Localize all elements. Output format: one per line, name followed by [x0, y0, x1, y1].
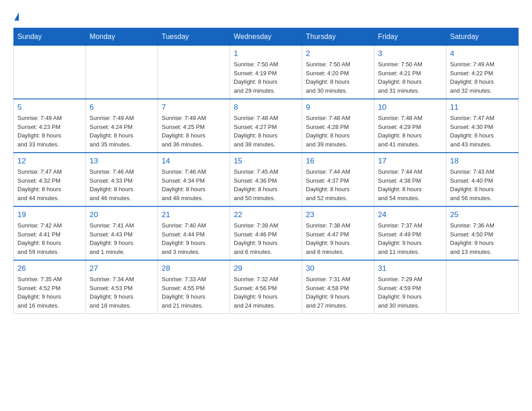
calendar-cell: 25Sunrise: 7:36 AM Sunset: 4:50 PM Dayli…	[446, 206, 519, 260]
weekday-header-sunday: Sunday	[14, 28, 86, 46]
weekday-header-tuesday: Tuesday	[158, 28, 230, 46]
calendar-cell: 1Sunrise: 7:50 AM Sunset: 4:19 PM Daylig…	[230, 46, 302, 99]
calendar-cell: 20Sunrise: 7:41 AM Sunset: 4:43 PM Dayli…	[86, 206, 158, 260]
day-number: 3	[378, 49, 442, 58]
calendar-cell: 30Sunrise: 7:31 AM Sunset: 4:58 PM Dayli…	[302, 260, 374, 314]
calendar-cell: 29Sunrise: 7:32 AM Sunset: 4:56 PM Dayli…	[230, 260, 302, 314]
calendar-cell: 12Sunrise: 7:47 AM Sunset: 4:32 PM Dayli…	[14, 153, 86, 206]
day-number: 4	[450, 49, 515, 58]
day-info: Sunrise: 7:43 AM Sunset: 4:40 PM Dayligh…	[450, 167, 515, 202]
calendar-cell: 9Sunrise: 7:48 AM Sunset: 4:28 PM Daylig…	[302, 99, 374, 153]
weekday-header-saturday: Saturday	[446, 28, 519, 46]
day-info: Sunrise: 7:44 AM Sunset: 4:38 PM Dayligh…	[378, 167, 442, 202]
day-info: Sunrise: 7:48 AM Sunset: 4:28 PM Dayligh…	[306, 114, 370, 149]
day-info: Sunrise: 7:33 AM Sunset: 4:55 PM Dayligh…	[162, 275, 226, 310]
day-number: 2	[306, 49, 370, 58]
day-number: 9	[306, 103, 370, 112]
day-number: 27	[90, 264, 154, 273]
day-info: Sunrise: 7:48 AM Sunset: 4:29 PM Dayligh…	[378, 114, 442, 149]
day-info: Sunrise: 7:37 AM Sunset: 4:49 PM Dayligh…	[378, 221, 442, 256]
day-info: Sunrise: 7:39 AM Sunset: 4:46 PM Dayligh…	[234, 221, 298, 256]
day-number: 26	[17, 264, 82, 273]
day-info: Sunrise: 7:47 AM Sunset: 4:30 PM Dayligh…	[450, 114, 515, 149]
calendar-cell: 24Sunrise: 7:37 AM Sunset: 4:49 PM Dayli…	[374, 206, 446, 260]
day-number: 31	[378, 264, 442, 273]
weekday-header-thursday: Thursday	[302, 28, 374, 46]
day-number: 28	[162, 264, 226, 273]
calendar-week-row: 19Sunrise: 7:42 AM Sunset: 4:41 PM Dayli…	[14, 206, 519, 260]
calendar-cell: 18Sunrise: 7:43 AM Sunset: 4:40 PM Dayli…	[446, 153, 519, 206]
day-info: Sunrise: 7:35 AM Sunset: 4:52 PM Dayligh…	[17, 275, 82, 310]
day-info: Sunrise: 7:44 AM Sunset: 4:37 PM Dayligh…	[306, 167, 370, 202]
day-number: 8	[234, 103, 298, 112]
calendar-cell: 13Sunrise: 7:46 AM Sunset: 4:33 PM Dayli…	[86, 153, 158, 206]
day-info: Sunrise: 7:46 AM Sunset: 4:33 PM Dayligh…	[90, 167, 154, 202]
calendar-cell: 27Sunrise: 7:34 AM Sunset: 4:53 PM Dayli…	[86, 260, 158, 314]
day-number: 1	[234, 49, 298, 58]
calendar-cell: 31Sunrise: 7:29 AM Sunset: 4:59 PM Dayli…	[374, 260, 446, 314]
day-info: Sunrise: 7:45 AM Sunset: 4:36 PM Dayligh…	[234, 167, 298, 202]
day-info: Sunrise: 7:31 AM Sunset: 4:58 PM Dayligh…	[306, 275, 370, 310]
calendar-cell: 21Sunrise: 7:40 AM Sunset: 4:44 PM Dayli…	[158, 206, 230, 260]
day-info: Sunrise: 7:49 AM Sunset: 4:23 PM Dayligh…	[17, 114, 82, 149]
day-info: Sunrise: 7:50 AM Sunset: 4:21 PM Dayligh…	[378, 60, 442, 95]
day-info: Sunrise: 7:36 AM Sunset: 4:50 PM Dayligh…	[450, 221, 515, 256]
calendar-cell: 3Sunrise: 7:50 AM Sunset: 4:21 PM Daylig…	[374, 46, 446, 99]
header-area	[13, 9, 519, 21]
day-info: Sunrise: 7:49 AM Sunset: 4:25 PM Dayligh…	[162, 114, 226, 149]
calendar-cell: 2Sunrise: 7:50 AM Sunset: 4:20 PM Daylig…	[302, 46, 374, 99]
day-info: Sunrise: 7:48 AM Sunset: 4:27 PM Dayligh…	[234, 114, 298, 149]
day-number: 24	[378, 210, 442, 219]
calendar-table: SundayMondayTuesdayWednesdayThursdayFrid…	[13, 28, 519, 314]
calendar-cell: 16Sunrise: 7:44 AM Sunset: 4:37 PM Dayli…	[302, 153, 374, 206]
day-info: Sunrise: 7:32 AM Sunset: 4:56 PM Dayligh…	[234, 275, 298, 310]
day-info: Sunrise: 7:38 AM Sunset: 4:47 PM Dayligh…	[306, 221, 370, 256]
day-info: Sunrise: 7:49 AM Sunset: 4:24 PM Dayligh…	[90, 114, 154, 149]
day-number: 12	[17, 157, 82, 166]
calendar-cell: 8Sunrise: 7:48 AM Sunset: 4:27 PM Daylig…	[230, 99, 302, 153]
day-number: 13	[90, 157, 154, 166]
calendar-cell	[14, 46, 86, 99]
calendar-cell: 7Sunrise: 7:49 AM Sunset: 4:25 PM Daylig…	[158, 99, 230, 153]
logo	[13, 9, 19, 21]
day-number: 11	[450, 103, 515, 112]
calendar-cell: 28Sunrise: 7:33 AM Sunset: 4:55 PM Dayli…	[158, 260, 230, 314]
calendar-cell: 4Sunrise: 7:49 AM Sunset: 4:22 PM Daylig…	[446, 46, 519, 99]
calendar-cell: 10Sunrise: 7:48 AM Sunset: 4:29 PM Dayli…	[374, 99, 446, 153]
calendar-cell: 15Sunrise: 7:45 AM Sunset: 4:36 PM Dayli…	[230, 153, 302, 206]
calendar-week-row: 1Sunrise: 7:50 AM Sunset: 4:19 PM Daylig…	[14, 46, 519, 99]
day-info: Sunrise: 7:47 AM Sunset: 4:32 PM Dayligh…	[17, 167, 82, 202]
day-number: 10	[378, 103, 442, 112]
calendar-cell: 17Sunrise: 7:44 AM Sunset: 4:38 PM Dayli…	[374, 153, 446, 206]
day-info: Sunrise: 7:49 AM Sunset: 4:22 PM Dayligh…	[450, 60, 515, 95]
day-info: Sunrise: 7:46 AM Sunset: 4:34 PM Dayligh…	[162, 167, 226, 202]
day-number: 16	[306, 157, 370, 166]
day-number: 5	[17, 103, 82, 112]
calendar-week-row: 5Sunrise: 7:49 AM Sunset: 4:23 PM Daylig…	[14, 99, 519, 153]
calendar-cell	[446, 260, 519, 314]
day-number: 23	[306, 210, 370, 219]
calendar-cell	[86, 46, 158, 99]
day-number: 25	[450, 210, 515, 219]
logo-triangle-icon	[14, 13, 19, 21]
day-number: 21	[162, 210, 226, 219]
calendar-cell: 22Sunrise: 7:39 AM Sunset: 4:46 PM Dayli…	[230, 206, 302, 260]
day-number: 15	[234, 157, 298, 166]
day-number: 30	[306, 264, 370, 273]
day-info: Sunrise: 7:40 AM Sunset: 4:44 PM Dayligh…	[162, 221, 226, 256]
day-number: 19	[17, 210, 82, 219]
calendar-cell: 19Sunrise: 7:42 AM Sunset: 4:41 PM Dayli…	[14, 206, 86, 260]
day-number: 22	[234, 210, 298, 219]
calendar-cell	[158, 46, 230, 99]
calendar-cell: 26Sunrise: 7:35 AM Sunset: 4:52 PM Dayli…	[14, 260, 86, 314]
weekday-header-friday: Friday	[374, 28, 446, 46]
day-number: 17	[378, 157, 442, 166]
day-number: 7	[162, 103, 226, 112]
day-info: Sunrise: 7:29 AM Sunset: 4:59 PM Dayligh…	[378, 275, 442, 310]
day-number: 18	[450, 157, 515, 166]
day-info: Sunrise: 7:50 AM Sunset: 4:19 PM Dayligh…	[234, 60, 298, 95]
calendar-cell: 23Sunrise: 7:38 AM Sunset: 4:47 PM Dayli…	[302, 206, 374, 260]
day-info: Sunrise: 7:42 AM Sunset: 4:41 PM Dayligh…	[17, 221, 82, 256]
day-info: Sunrise: 7:41 AM Sunset: 4:43 PM Dayligh…	[90, 221, 154, 256]
weekday-header-wednesday: Wednesday	[230, 28, 302, 46]
